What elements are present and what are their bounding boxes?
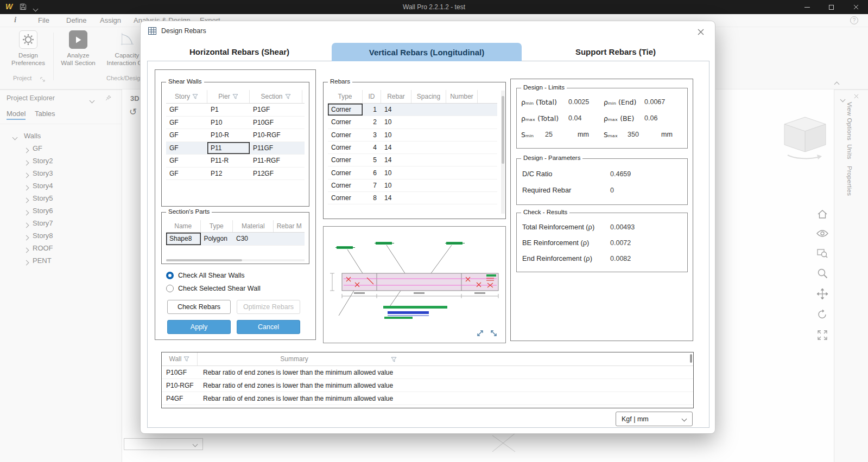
rho-max-be-label: ρₘₐₓ (BE) xyxy=(604,114,634,123)
table-row[interactable]: Corner814 xyxy=(328,192,497,204)
table-row[interactable]: GFP10P10GF xyxy=(166,117,305,130)
column-header-section[interactable]: Section xyxy=(250,90,302,103)
table-row[interactable]: Corner710 xyxy=(328,179,497,192)
filter-icon[interactable] xyxy=(391,357,397,362)
required-rebar-value: 0 xyxy=(610,187,614,194)
column-header-summary[interactable]: Summary xyxy=(198,352,391,365)
close-button[interactable] xyxy=(844,0,868,14)
titlebar: W Wall Pro 2.2.1.2 - test xyxy=(0,0,868,14)
dialog-grid-icon xyxy=(148,27,156,36)
section-parts-group: Section's Parts Name Type Material Rebar… xyxy=(161,212,309,264)
radio-checked-icon xyxy=(166,272,174,279)
scrollbar-thumb[interactable] xyxy=(502,96,504,164)
column-header-number[interactable]: Number xyxy=(446,90,478,103)
radio-check-all-shear-walls[interactable]: Check All Shear Walls xyxy=(166,272,245,279)
scrollbar-thumb[interactable] xyxy=(690,354,692,363)
cancel-button[interactable]: Cancel xyxy=(237,320,300,334)
application-window: W Wall Pro 2.2.1.2 - test i File Define … xyxy=(0,0,868,462)
optimize-rebars-button: Optimize Rebars xyxy=(237,300,300,314)
design-rebars-dialog: Design Rebars Horizontal Rebars (Shear) … xyxy=(140,21,715,434)
expand-icon[interactable] xyxy=(476,329,484,339)
scrollbar-thumb[interactable] xyxy=(166,259,242,261)
summary-row[interactable]: P10GF Rebar ratio of end zones is lower … xyxy=(162,366,693,379)
table-row[interactable]: GFP10-RP10-RGF xyxy=(166,129,305,142)
section-parts-table: Name Type Material Rebar M Shape8 Polygo… xyxy=(166,220,305,246)
units-dropdown[interactable]: Kgf | mm xyxy=(616,412,693,426)
column-header-material[interactable]: Material xyxy=(233,220,274,232)
s-min-value: 25 xyxy=(545,131,553,138)
units-value: Kgf | mm xyxy=(616,415,649,423)
table-row[interactable]: GFP11-RP11-RGF xyxy=(166,155,305,168)
table-row-selected[interactable]: GFP11P11GF xyxy=(166,142,305,155)
minimize-button[interactable] xyxy=(795,0,819,14)
column-header-pier[interactable]: Pier xyxy=(207,90,250,103)
section-preview-panel xyxy=(323,226,506,343)
table-row[interactable]: Corner310 xyxy=(328,129,497,142)
table-row[interactable]: Corner210 xyxy=(328,116,497,129)
summary-row[interactable]: P4GF Rebar ratio of end zones is lower t… xyxy=(162,392,693,405)
vertical-scrollbar[interactable] xyxy=(501,91,505,214)
column-header-id[interactable]: ID xyxy=(363,90,381,103)
dc-ratio-value: 0.4659 xyxy=(610,170,631,178)
group-title: Shear Walls xyxy=(166,78,204,85)
table-row-selected[interactable]: Corner114 xyxy=(328,104,497,116)
rho-min-end-value: 0.0067 xyxy=(644,98,665,106)
table-row[interactable]: Corner414 xyxy=(328,142,497,154)
tab-support-rebars[interactable]: Support Rebars (Tie) xyxy=(522,43,709,61)
s-min-unit: mm xyxy=(578,131,589,138)
maximize-button[interactable] xyxy=(819,0,844,14)
end-reinforcement-label: End Reinforcement (ρ) xyxy=(522,254,592,262)
tab-vertical-rebars[interactable]: Vertical Rebars (Longitudinal) xyxy=(332,43,522,61)
table-header: Story Pier Section xyxy=(166,90,305,104)
column-header-story[interactable]: Story xyxy=(166,90,207,103)
design-limits-group: Design - Limits ρₘᵢₙ (Total) 0.0025 ρₘᵢₙ… xyxy=(516,88,688,149)
focused-cell[interactable]: Shape8 xyxy=(166,233,201,245)
required-rebar-label: Required Rebar xyxy=(522,186,571,194)
dialog-close-button[interactable] xyxy=(694,26,707,38)
focused-cell[interactable]: P11 xyxy=(207,142,250,155)
filter-icon[interactable] xyxy=(285,94,291,99)
column-header-type[interactable]: Type xyxy=(201,220,233,232)
summary-table: Wall Summary P10GF Rebar ratio of end zo… xyxy=(161,352,694,408)
horizontal-scrollbar[interactable] xyxy=(166,259,305,261)
dialog-title: Design Rebars xyxy=(161,27,206,35)
table-row[interactable]: Corner514 xyxy=(328,154,497,166)
rho-max-be-value: 0.06 xyxy=(644,114,657,122)
filter-icon[interactable] xyxy=(183,356,189,362)
apply-button[interactable]: Apply xyxy=(167,320,231,334)
filter-icon[interactable] xyxy=(192,94,198,99)
table-row[interactable]: GFP1P1GF xyxy=(166,104,305,117)
total-reinforcement-label: Total Reinforcement (ρ) xyxy=(522,223,594,231)
group-title: Design - Limits xyxy=(521,84,567,91)
column-header-name[interactable]: Name xyxy=(166,220,201,232)
column-header-rebar[interactable]: Rebar xyxy=(381,90,411,103)
focused-cell[interactable]: Corner xyxy=(328,104,363,116)
table-row-selected[interactable]: Shape8 Polygon C30 xyxy=(166,233,305,246)
check-rebars-button[interactable]: Check Rebars xyxy=(167,300,231,314)
end-reinforcement-value: 0.0082 xyxy=(610,255,631,262)
column-header-type[interactable]: Type xyxy=(328,90,363,103)
shear-walls-group: Shear Walls Story Pier Section GFP1P1GF … xyxy=(161,82,309,207)
s-max-label: Sₘₐₓ xyxy=(604,131,618,139)
table-row[interactable]: GFP12P12GF xyxy=(166,168,305,181)
table-header: Wall Summary xyxy=(162,352,693,366)
dialog-tabstrip: Horizontal Rebars (Shear) Vertical Rebar… xyxy=(147,43,709,61)
fullscreen-icon[interactable] xyxy=(490,329,498,339)
tab-content: Shear Walls Story Pier Section GFP1P1GF … xyxy=(147,61,709,428)
s-max-unit: mm xyxy=(661,131,673,138)
column-header-wall[interactable]: Wall xyxy=(162,352,198,365)
filter-icon[interactable] xyxy=(232,94,238,99)
column-header-rebar-material[interactable]: Rebar M xyxy=(274,220,305,232)
tab-horizontal-rebars[interactable]: Horizontal Rebars (Shear) xyxy=(147,43,332,61)
shear-walls-table: Story Pier Section GFP1P1GF GFP10P10GF G… xyxy=(166,90,305,180)
table-header: Name Type Material Rebar M xyxy=(166,220,305,233)
group-title: Check - Results xyxy=(521,209,569,215)
check-results-group: Check - Results Total Reinforcement (ρ) … xyxy=(516,213,688,272)
radio-check-selected-shear-wall[interactable]: Check Selected Shear Wall xyxy=(166,285,261,292)
column-header-spacing[interactable]: Spacing xyxy=(411,90,446,103)
group-title: Design - Parameters xyxy=(521,155,582,161)
summary-row[interactable]: P10-RGF Rebar ratio of end zones is lowe… xyxy=(162,379,693,392)
rebars-table: Type ID Rebar Spacing Number Corner114 C… xyxy=(328,90,497,204)
rho-min-total-value: 0.0025 xyxy=(568,98,589,106)
table-row[interactable]: Corner610 xyxy=(328,166,497,179)
